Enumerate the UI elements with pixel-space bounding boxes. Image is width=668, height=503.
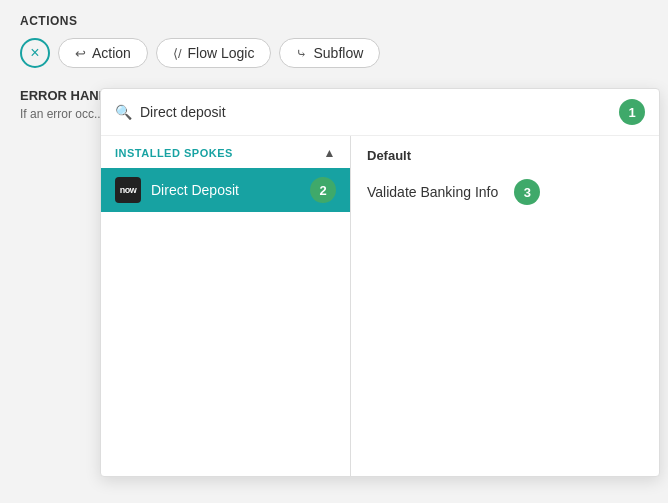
list-item-direct-deposit[interactable]: now Direct Deposit 2 [101, 168, 350, 212]
section-label: INSTALLED SPOKES [115, 147, 233, 159]
action-label-validate-banking: Validate Banking Info [367, 184, 498, 200]
step-badge-1: 1 [619, 99, 645, 125]
dropdown-panel: 🔍 1 INSTALLED SPOKES ▲ now Direct Deposi… [100, 88, 660, 477]
chevron-up-icon: ▲ [324, 146, 336, 160]
right-panel-header: Default [367, 148, 643, 163]
actions-header: ACTIONS [0, 0, 668, 38]
tab-subflow[interactable]: ⤷ Subflow [279, 38, 380, 68]
app-icon-direct-deposit: now [115, 177, 141, 203]
section-header: INSTALLED SPOKES ▲ [101, 136, 350, 168]
tab-action-label: Action [92, 45, 131, 61]
subflow-icon: ⤷ [296, 46, 307, 61]
tab-subflow-label: Subflow [313, 45, 363, 61]
flow-logic-icon: ⟨/ [173, 46, 182, 61]
tab-flow-logic-label: Flow Logic [188, 45, 255, 61]
close-button[interactable]: × [20, 38, 50, 68]
close-icon: × [30, 44, 39, 62]
actions-title: ACTIONS [20, 14, 78, 28]
search-input[interactable] [140, 104, 611, 120]
tab-flow-logic[interactable]: ⟨/ Flow Logic [156, 38, 272, 68]
action-item-validate-banking-info[interactable]: Validate Banking Info 3 [367, 173, 643, 211]
search-icon: 🔍 [115, 104, 132, 120]
search-bar: 🔍 1 [101, 89, 659, 136]
page-container: ACTIONS × ↩ Action ⟨/ Flow Logic ⤷ Subfl… [0, 0, 668, 503]
right-panel: Default Validate Banking Info 3 [351, 136, 659, 476]
step-badge-3: 3 [514, 179, 540, 205]
item-label-direct-deposit: Direct Deposit [151, 182, 239, 198]
left-panel: INSTALLED SPOKES ▲ now Direct Deposit 2 [101, 136, 351, 476]
step-badge-2: 2 [310, 177, 336, 203]
tab-action[interactable]: ↩ Action [58, 38, 148, 68]
action-icon: ↩ [75, 46, 86, 61]
tab-bar: × ↩ Action ⟨/ Flow Logic ⤷ Subflow [0, 38, 668, 80]
dropdown-body: INSTALLED SPOKES ▲ now Direct Deposit 2 … [101, 136, 659, 476]
